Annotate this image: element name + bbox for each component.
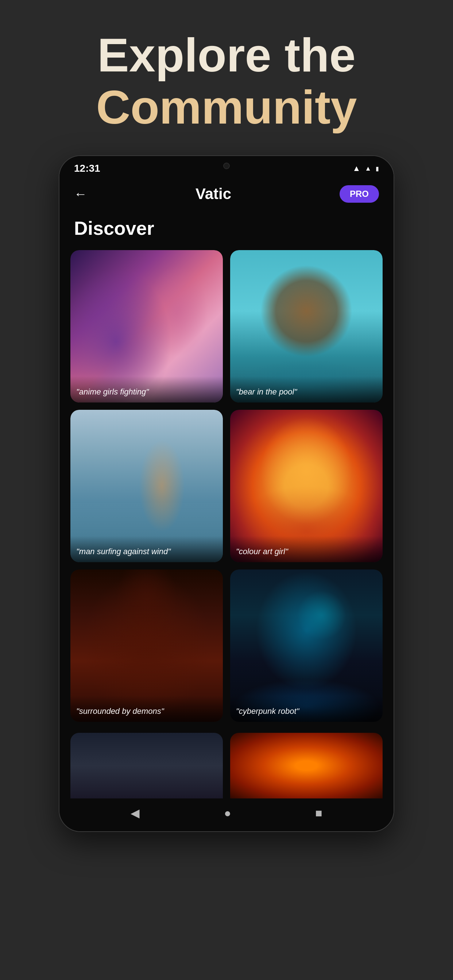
nav-home-icon[interactable]: ●: [224, 807, 231, 820]
app-header: ← Vatic PRO: [59, 178, 394, 210]
image-label-girl: "colour art girl": [230, 536, 383, 562]
partial-item-1[interactable]: [70, 733, 223, 799]
pro-badge[interactable]: PRO: [340, 185, 379, 203]
grid-item-girl[interactable]: "colour art girl": [230, 410, 383, 562]
discover-title: Discover: [59, 210, 394, 250]
grid-item-bear[interactable]: "bear in the pool": [230, 250, 383, 402]
battery-icon: ▮: [376, 165, 379, 172]
grid-item-cyberpunk[interactable]: "cyberpunk robot": [230, 570, 383, 722]
image-label-bear: "bear in the pool": [230, 376, 383, 402]
hero-line2: Community: [96, 81, 357, 134]
wifi-icon: ▲: [353, 164, 360, 173]
partial-row: [59, 733, 394, 799]
grid-item-demons[interactable]: "surrounded by demons": [70, 570, 223, 722]
camera-notch: [223, 162, 230, 169]
grid-item-anime[interactable]: "anime girls fighting": [70, 250, 223, 402]
image-grid: "anime girls fighting" "bear in the pool…: [59, 250, 394, 733]
image-label-anime: "anime girls fighting": [70, 376, 223, 402]
back-button[interactable]: ←: [74, 186, 87, 202]
partial-item-2[interactable]: [230, 733, 383, 799]
nav-back-icon[interactable]: ◀: [131, 806, 140, 820]
image-label-demons: "surrounded by demons": [70, 695, 223, 722]
status-icons: ▲ ▲ ▮: [353, 164, 379, 173]
status-time: 12:31: [74, 162, 100, 174]
hero-line1: Explore the: [96, 29, 357, 81]
hero-section: Explore the Community: [96, 29, 357, 134]
image-label-surf: "man surfing against wind": [70, 536, 223, 562]
signal-icon: ▲: [365, 165, 371, 172]
app-title: Vatic: [196, 185, 231, 203]
grid-item-surf[interactable]: "man surfing against wind": [70, 410, 223, 562]
nav-recent-icon[interactable]: ■: [315, 807, 322, 820]
phone-frame: 12:31 ▲ ▲ ▮ ← Vatic PRO Discover "anime …: [59, 155, 394, 832]
bottom-nav: ◀ ● ■: [59, 799, 394, 831]
image-label-cyberpunk: "cyberpunk robot": [230, 695, 383, 722]
